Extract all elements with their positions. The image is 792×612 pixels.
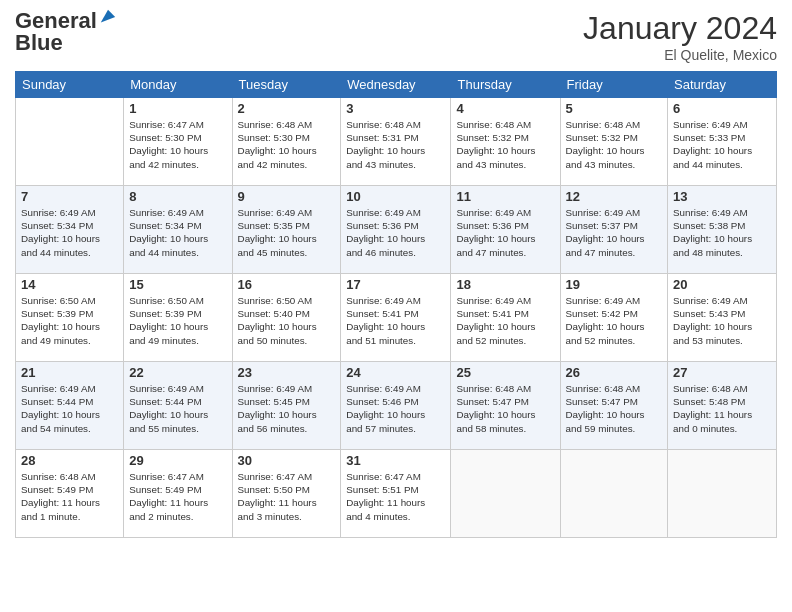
day-number: 26 xyxy=(566,365,663,380)
day-number: 15 xyxy=(129,277,226,292)
calendar-week-row: 1Sunrise: 6:47 AM Sunset: 5:30 PM Daylig… xyxy=(16,98,777,186)
day-number: 2 xyxy=(238,101,336,116)
day-number: 8 xyxy=(129,189,226,204)
day-info: Sunrise: 6:48 AM Sunset: 5:30 PM Dayligh… xyxy=(238,118,336,171)
day-number: 20 xyxy=(673,277,771,292)
day-info: Sunrise: 6:47 AM Sunset: 5:30 PM Dayligh… xyxy=(129,118,226,171)
day-number: 23 xyxy=(238,365,336,380)
table-row: 24Sunrise: 6:49 AM Sunset: 5:46 PM Dayli… xyxy=(341,362,451,450)
day-number: 16 xyxy=(238,277,336,292)
day-number: 31 xyxy=(346,453,445,468)
table-row: 2Sunrise: 6:48 AM Sunset: 5:30 PM Daylig… xyxy=(232,98,341,186)
day-number: 28 xyxy=(21,453,118,468)
day-number: 9 xyxy=(238,189,336,204)
day-number: 17 xyxy=(346,277,445,292)
header: General Blue January 2024 El Quelite, Me… xyxy=(15,10,777,63)
table-row: 12Sunrise: 6:49 AM Sunset: 5:37 PM Dayli… xyxy=(560,186,668,274)
day-number: 22 xyxy=(129,365,226,380)
day-info: Sunrise: 6:48 AM Sunset: 5:47 PM Dayligh… xyxy=(456,382,554,435)
day-number: 19 xyxy=(566,277,663,292)
table-row: 5Sunrise: 6:48 AM Sunset: 5:32 PM Daylig… xyxy=(560,98,668,186)
table-row: 11Sunrise: 6:49 AM Sunset: 5:36 PM Dayli… xyxy=(451,186,560,274)
day-number: 6 xyxy=(673,101,771,116)
day-info: Sunrise: 6:50 AM Sunset: 5:39 PM Dayligh… xyxy=(21,294,118,347)
day-info: Sunrise: 6:48 AM Sunset: 5:32 PM Dayligh… xyxy=(456,118,554,171)
table-row: 20Sunrise: 6:49 AM Sunset: 5:43 PM Dayli… xyxy=(668,274,777,362)
day-number: 5 xyxy=(566,101,663,116)
table-row: 19Sunrise: 6:49 AM Sunset: 5:42 PM Dayli… xyxy=(560,274,668,362)
table-row: 28Sunrise: 6:48 AM Sunset: 5:49 PM Dayli… xyxy=(16,450,124,538)
day-info: Sunrise: 6:49 AM Sunset: 5:46 PM Dayligh… xyxy=(346,382,445,435)
day-info: Sunrise: 6:49 AM Sunset: 5:44 PM Dayligh… xyxy=(21,382,118,435)
day-info: Sunrise: 6:49 AM Sunset: 5:43 PM Dayligh… xyxy=(673,294,771,347)
location: El Quelite, Mexico xyxy=(583,47,777,63)
logo-text: General xyxy=(15,10,97,32)
table-row: 31Sunrise: 6:47 AM Sunset: 5:51 PM Dayli… xyxy=(341,450,451,538)
day-info: Sunrise: 6:49 AM Sunset: 5:41 PM Dayligh… xyxy=(346,294,445,347)
table-row: 16Sunrise: 6:50 AM Sunset: 5:40 PM Dayli… xyxy=(232,274,341,362)
day-info: Sunrise: 6:50 AM Sunset: 5:40 PM Dayligh… xyxy=(238,294,336,347)
day-number: 12 xyxy=(566,189,663,204)
day-info: Sunrise: 6:48 AM Sunset: 5:32 PM Dayligh… xyxy=(566,118,663,171)
calendar-week-row: 7Sunrise: 6:49 AM Sunset: 5:34 PM Daylig… xyxy=(16,186,777,274)
table-row: 9Sunrise: 6:49 AM Sunset: 5:35 PM Daylig… xyxy=(232,186,341,274)
table-row: 27Sunrise: 6:48 AM Sunset: 5:48 PM Dayli… xyxy=(668,362,777,450)
table-row: 23Sunrise: 6:49 AM Sunset: 5:45 PM Dayli… xyxy=(232,362,341,450)
day-number: 21 xyxy=(21,365,118,380)
table-row: 10Sunrise: 6:49 AM Sunset: 5:36 PM Dayli… xyxy=(341,186,451,274)
day-info: Sunrise: 6:47 AM Sunset: 5:49 PM Dayligh… xyxy=(129,470,226,523)
day-number: 30 xyxy=(238,453,336,468)
title-area: January 2024 El Quelite, Mexico xyxy=(583,10,777,63)
table-row: 14Sunrise: 6:50 AM Sunset: 5:39 PM Dayli… xyxy=(16,274,124,362)
day-number: 11 xyxy=(456,189,554,204)
table-row: 6Sunrise: 6:49 AM Sunset: 5:33 PM Daylig… xyxy=(668,98,777,186)
header-friday: Friday xyxy=(560,72,668,98)
day-info: Sunrise: 6:49 AM Sunset: 5:36 PM Dayligh… xyxy=(456,206,554,259)
page: General Blue January 2024 El Quelite, Me… xyxy=(0,0,792,612)
day-number: 7 xyxy=(21,189,118,204)
day-info: Sunrise: 6:48 AM Sunset: 5:47 PM Dayligh… xyxy=(566,382,663,435)
table-row: 22Sunrise: 6:49 AM Sunset: 5:44 PM Dayli… xyxy=(124,362,232,450)
day-info: Sunrise: 6:47 AM Sunset: 5:50 PM Dayligh… xyxy=(238,470,336,523)
day-info: Sunrise: 6:49 AM Sunset: 5:34 PM Dayligh… xyxy=(21,206,118,259)
table-row: 21Sunrise: 6:49 AM Sunset: 5:44 PM Dayli… xyxy=(16,362,124,450)
table-row: 30Sunrise: 6:47 AM Sunset: 5:50 PM Dayli… xyxy=(232,450,341,538)
day-info: Sunrise: 6:48 AM Sunset: 5:48 PM Dayligh… xyxy=(673,382,771,435)
header-sunday: Sunday xyxy=(16,72,124,98)
header-monday: Monday xyxy=(124,72,232,98)
day-info: Sunrise: 6:48 AM Sunset: 5:49 PM Dayligh… xyxy=(21,470,118,523)
day-info: Sunrise: 6:49 AM Sunset: 5:34 PM Dayligh… xyxy=(129,206,226,259)
table-row: 7Sunrise: 6:49 AM Sunset: 5:34 PM Daylig… xyxy=(16,186,124,274)
month-title: January 2024 xyxy=(583,10,777,47)
day-number: 29 xyxy=(129,453,226,468)
day-info: Sunrise: 6:49 AM Sunset: 5:45 PM Dayligh… xyxy=(238,382,336,435)
day-number: 18 xyxy=(456,277,554,292)
day-info: Sunrise: 6:49 AM Sunset: 5:41 PM Dayligh… xyxy=(456,294,554,347)
logo-icon xyxy=(99,8,117,26)
table-row: 4Sunrise: 6:48 AM Sunset: 5:32 PM Daylig… xyxy=(451,98,560,186)
calendar-header-row: Sunday Monday Tuesday Wednesday Thursday… xyxy=(16,72,777,98)
table-row xyxy=(16,98,124,186)
calendar-week-row: 28Sunrise: 6:48 AM Sunset: 5:49 PM Dayli… xyxy=(16,450,777,538)
day-info: Sunrise: 6:49 AM Sunset: 5:38 PM Dayligh… xyxy=(673,206,771,259)
day-number: 13 xyxy=(673,189,771,204)
table-row xyxy=(451,450,560,538)
day-info: Sunrise: 6:49 AM Sunset: 5:44 PM Dayligh… xyxy=(129,382,226,435)
calendar-table: Sunday Monday Tuesday Wednesday Thursday… xyxy=(15,71,777,538)
calendar-week-row: 21Sunrise: 6:49 AM Sunset: 5:44 PM Dayli… xyxy=(16,362,777,450)
table-row: 15Sunrise: 6:50 AM Sunset: 5:39 PM Dayli… xyxy=(124,274,232,362)
day-number: 3 xyxy=(346,101,445,116)
table-row: 3Sunrise: 6:48 AM Sunset: 5:31 PM Daylig… xyxy=(341,98,451,186)
header-saturday: Saturday xyxy=(668,72,777,98)
day-number: 25 xyxy=(456,365,554,380)
day-number: 14 xyxy=(21,277,118,292)
day-number: 10 xyxy=(346,189,445,204)
table-row: 8Sunrise: 6:49 AM Sunset: 5:34 PM Daylig… xyxy=(124,186,232,274)
day-info: Sunrise: 6:49 AM Sunset: 5:36 PM Dayligh… xyxy=(346,206,445,259)
table-row xyxy=(668,450,777,538)
table-row: 26Sunrise: 6:48 AM Sunset: 5:47 PM Dayli… xyxy=(560,362,668,450)
table-row: 18Sunrise: 6:49 AM Sunset: 5:41 PM Dayli… xyxy=(451,274,560,362)
header-thursday: Thursday xyxy=(451,72,560,98)
table-row: 29Sunrise: 6:47 AM Sunset: 5:49 PM Dayli… xyxy=(124,450,232,538)
day-info: Sunrise: 6:47 AM Sunset: 5:51 PM Dayligh… xyxy=(346,470,445,523)
